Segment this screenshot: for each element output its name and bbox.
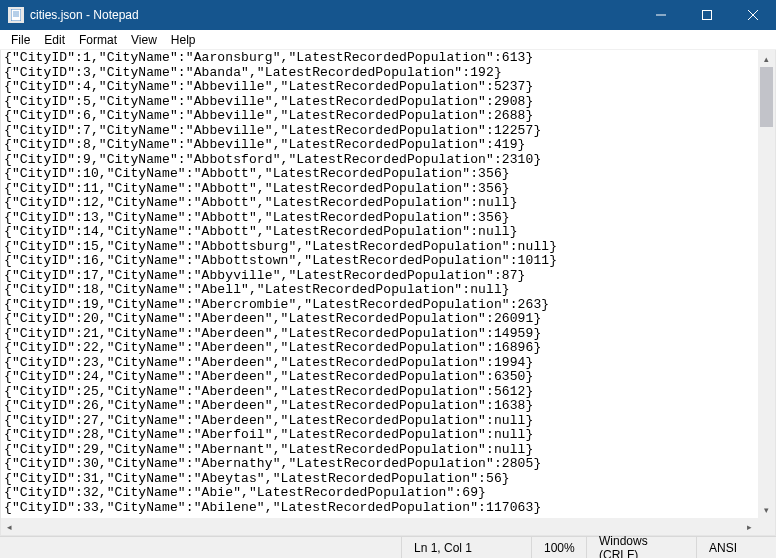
- scroll-down-arrow-icon[interactable]: ▾: [758, 501, 775, 518]
- menu-help[interactable]: Help: [164, 31, 203, 49]
- status-line-ending: Windows (CRLF): [586, 537, 696, 558]
- scroll-right-arrow-icon[interactable]: ▸: [741, 518, 758, 535]
- notepad-icon: [8, 7, 24, 23]
- maximize-button[interactable]: [684, 0, 730, 30]
- vertical-scrollbar[interactable]: ▴ ▾: [758, 50, 775, 518]
- text-editor[interactable]: {"CityID":1,"CityName":"Aaronsburg","Lat…: [1, 50, 775, 535]
- window-title: cities.json - Notepad: [30, 8, 638, 22]
- statusbar: Ln 1, Col 1 100% Windows (CRLF) ANSI: [0, 536, 776, 558]
- scroll-left-arrow-icon[interactable]: ◂: [1, 518, 18, 535]
- menu-edit[interactable]: Edit: [37, 31, 72, 49]
- menu-view[interactable]: View: [124, 31, 164, 49]
- status-cursor-position: Ln 1, Col 1: [401, 537, 531, 558]
- status-zoom: 100%: [531, 537, 586, 558]
- menubar: File Edit Format View Help: [0, 30, 776, 50]
- svg-rect-5: [703, 11, 712, 20]
- scrollbar-corner: [758, 518, 775, 535]
- editor-container: {"CityID":1,"CityName":"Aaronsburg","Lat…: [0, 50, 776, 536]
- horizontal-scrollbar[interactable]: ◂ ▸: [1, 518, 758, 535]
- close-button[interactable]: [730, 0, 776, 30]
- minimize-button[interactable]: [638, 0, 684, 30]
- svg-rect-0: [11, 9, 21, 21]
- vertical-scroll-thumb[interactable]: [760, 67, 773, 127]
- status-encoding: ANSI: [696, 537, 776, 558]
- scroll-up-arrow-icon[interactable]: ▴: [758, 50, 775, 67]
- titlebar: cities.json - Notepad: [0, 0, 776, 30]
- menu-format[interactable]: Format: [72, 31, 124, 49]
- window-controls: [638, 0, 776, 30]
- menu-file[interactable]: File: [4, 31, 37, 49]
